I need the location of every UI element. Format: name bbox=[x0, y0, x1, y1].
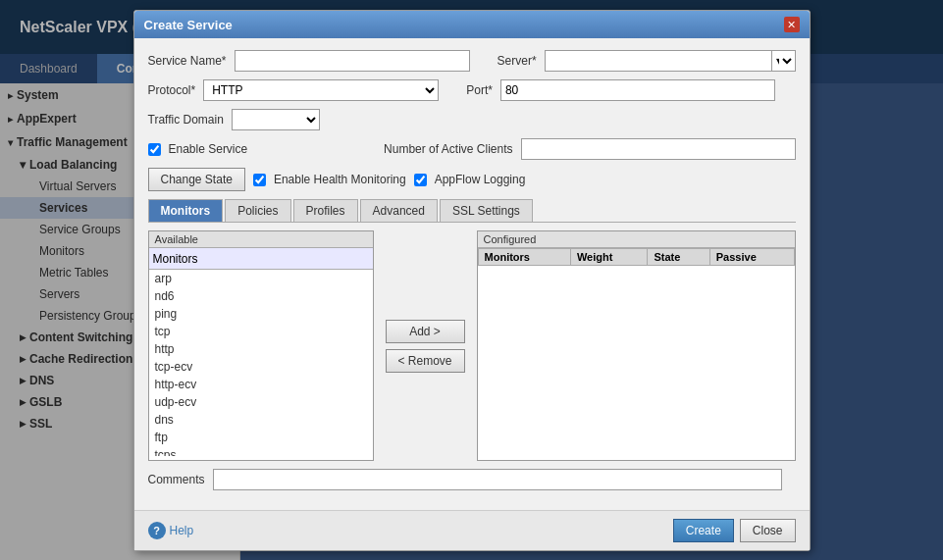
traffic-domain-select[interactable] bbox=[232, 109, 320, 130]
comments-label: Comments bbox=[148, 473, 205, 486]
available-panel: Available arp nd6 ping tcp http tcp-ecv … bbox=[148, 230, 374, 461]
appflow-checkbox[interactable] bbox=[414, 174, 427, 186]
create-button[interactable]: Create bbox=[673, 519, 734, 542]
enable-health-label: Enable Health Monitoring bbox=[274, 173, 406, 186]
help-icon: ? bbox=[148, 522, 166, 539]
create-service-dialog: Create Service ✕ Service Name* Server* ▾ bbox=[133, 10, 811, 551]
list-item[interactable]: http bbox=[149, 340, 373, 358]
comments-input[interactable] bbox=[213, 469, 782, 490]
enable-service-label: Enable Service bbox=[169, 142, 248, 156]
app-background: NetScaler VPX (1000) Dashboard Configura… bbox=[0, 0, 943, 560]
traffic-domain-row: Traffic Domain bbox=[148, 109, 796, 130]
server-input[interactable] bbox=[545, 50, 772, 72]
server-dropdown[interactable]: ▾ bbox=[772, 50, 796, 72]
list-item[interactable]: tcp-ecv bbox=[149, 358, 373, 376]
enable-service-row: Enable Service Number of Active Clients bbox=[148, 138, 796, 160]
tab-bar: Monitors Policies Profiles Advanced SSL bbox=[148, 199, 796, 223]
list-item[interactable]: arp bbox=[149, 270, 373, 287]
list-item[interactable]: nd6 bbox=[149, 287, 373, 305]
server-label: Server* bbox=[498, 54, 537, 68]
tab-policies[interactable]: Policies bbox=[225, 199, 290, 222]
dialog-close-button[interactable]: ✕ bbox=[784, 17, 800, 32]
configured-table: Monitors Weight State Passive bbox=[478, 248, 795, 266]
num-clients-input[interactable] bbox=[521, 138, 796, 160]
available-search-input[interactable] bbox=[149, 248, 373, 270]
dialog-title-bar: Create Service ✕ bbox=[134, 11, 810, 38]
protocol-label: Protocol* bbox=[148, 83, 196, 97]
configured-panel: Configured Monitors Weight State Passive bbox=[477, 230, 796, 461]
comments-row: Comments bbox=[148, 469, 796, 490]
col-monitors: Monitors bbox=[478, 249, 570, 266]
num-clients-label: Number of Active Clients bbox=[384, 142, 512, 156]
add-button[interactable]: Add > bbox=[386, 320, 465, 343]
dialog-title: Create Service bbox=[144, 18, 233, 32]
tab-ssl-settings[interactable]: SSL Settings bbox=[440, 199, 533, 222]
tab-profiles[interactable]: Profiles bbox=[293, 199, 358, 222]
service-name-row: Service Name* Server* ▾ bbox=[148, 50, 796, 72]
enable-service-checkbox[interactable] bbox=[148, 143, 161, 156]
close-button[interactable]: Close bbox=[740, 519, 796, 542]
configured-header: Configured bbox=[478, 231, 795, 248]
panels-row: Available arp nd6 ping tcp http tcp-ecv … bbox=[148, 230, 796, 461]
protocol-select[interactable]: HTTP HTTPS TCP UDP SSL FTP bbox=[203, 79, 439, 101]
change-state-button[interactable]: Change State bbox=[148, 168, 245, 191]
list-item[interactable]: http-ecv bbox=[149, 376, 373, 393]
footer-buttons: Create Close bbox=[673, 519, 796, 542]
traffic-domain-label: Traffic Domain bbox=[148, 113, 224, 127]
tab-advanced[interactable]: Advanced bbox=[360, 199, 438, 222]
protocol-row: Protocol* HTTP HTTPS TCP UDP SSL FTP Por… bbox=[148, 79, 796, 101]
list-item[interactable]: tcp bbox=[149, 323, 373, 340]
port-label: Port* bbox=[466, 83, 493, 97]
list-item[interactable]: dns bbox=[149, 411, 373, 429]
dialog-body: Service Name* Server* ▾ Protocol* bbox=[134, 38, 810, 510]
enable-health-checkbox[interactable] bbox=[253, 174, 266, 186]
dialog-overlay: Create Service ✕ Service Name* Server* ▾ bbox=[0, 0, 943, 560]
add-remove-col: Add > < Remove bbox=[382, 230, 469, 461]
list-item[interactable]: ftp bbox=[149, 429, 373, 446]
col-passive: Passive bbox=[709, 249, 794, 266]
list-item[interactable]: ping bbox=[149, 305, 373, 323]
remove-button[interactable]: < Remove bbox=[386, 349, 465, 373]
service-name-label: Service Name* bbox=[148, 54, 227, 68]
tab-monitors[interactable]: Monitors bbox=[148, 199, 224, 222]
available-list: arp nd6 ping tcp http tcp-ecv http-ecv u… bbox=[149, 270, 373, 456]
change-state-row: Change State Enable Health Monitoring Ap… bbox=[148, 168, 796, 191]
available-header: Available bbox=[149, 231, 373, 248]
dialog-footer: ? Help Create Close bbox=[134, 510, 810, 550]
appflow-label: AppFlow Logging bbox=[435, 173, 526, 186]
col-weight: Weight bbox=[570, 249, 648, 266]
list-item[interactable]: tcps bbox=[149, 446, 373, 456]
main-content: ▸ System ▸ AppExpert ▾ Traffic Managemen… bbox=[0, 83, 943, 560]
col-state: State bbox=[648, 249, 709, 266]
help-link[interactable]: ? Help bbox=[148, 522, 194, 539]
port-input[interactable] bbox=[500, 79, 775, 101]
service-name-input[interactable] bbox=[235, 50, 470, 72]
list-item[interactable]: udp-ecv bbox=[149, 393, 373, 411]
